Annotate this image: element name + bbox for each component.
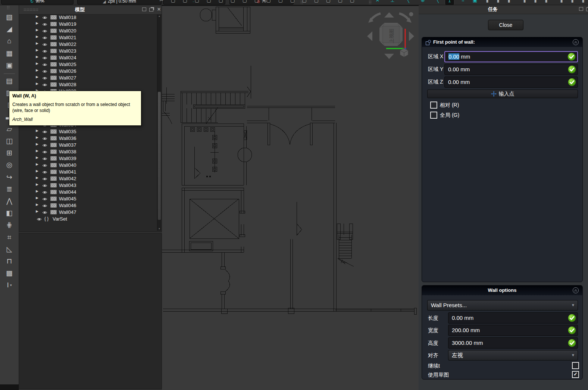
view-axo-icon[interactable]: ▮	[531, 0, 540, 4]
mouse-model-icon[interactable]: ▮	[494, 0, 503, 4]
use-sketch-checkbox[interactable]	[572, 371, 579, 378]
array-icon[interactable]: ▢	[228, 0, 237, 4]
tree-item[interactable]: ▶ Wall046	[19, 202, 157, 209]
clone-icon[interactable]: ▢	[193, 0, 201, 4]
snap-center-icon[interactable]: ⊕	[418, 0, 427, 4]
nav-cube-setting-icon[interactable]: ▮	[483, 0, 492, 4]
panel-float-icon[interactable]	[149, 8, 153, 12]
model-panel-titlebar[interactable]: 模型 ✕	[19, 5, 162, 15]
view-fit-icon[interactable]: ▮	[520, 0, 529, 4]
trim-icon[interactable]: ▢	[252, 0, 261, 4]
visibility-eye-icon[interactable]	[42, 42, 47, 48]
window-icon[interactable]: ⊞	[0, 148, 19, 158]
visibility-eye-icon[interactable]	[42, 56, 47, 61]
global-checkbox[interactable]	[430, 112, 437, 119]
visibility-eye-icon[interactable]	[42, 156, 47, 162]
expand-arrow-icon[interactable]: ▶	[36, 156, 38, 159]
view-rear-icon[interactable]: ▮	[568, 0, 577, 4]
truss-icon[interactable]: ◺	[0, 244, 19, 254]
snap-grid-icon[interactable]: ⌗	[459, 0, 467, 4]
expand-arrow-icon[interactable]: ▶	[36, 35, 38, 38]
tree-item[interactable]: ▶ Wall024	[19, 54, 157, 61]
tree-item[interactable]: ▶ Wall039	[19, 155, 157, 162]
tree-item[interactable]: ▶ Wall023	[19, 48, 157, 54]
visibility-eye-icon[interactable]	[42, 197, 47, 202]
rotate-icon[interactable]: ▢	[216, 0, 225, 4]
expand-arrow-icon[interactable]: ▶	[36, 162, 38, 166]
tree-item[interactable]: ▶ Wall037	[19, 142, 157, 149]
tree-item[interactable]: ▶ Wall036	[19, 135, 157, 142]
visibility-eye-icon[interactable]	[42, 203, 47, 209]
upgrade-icon[interactable]: ▢	[288, 0, 297, 4]
tree-item[interactable]: ▶ Wall038	[19, 149, 157, 155]
tree-item[interactable]: ▶ Wall027	[19, 75, 157, 81]
visibility-eye-icon[interactable]	[42, 69, 47, 75]
expand-arrow-icon[interactable]: ▶	[36, 48, 38, 52]
visibility-eye-icon[interactable]	[42, 76, 47, 81]
split-icon[interactable]: ▢	[276, 0, 285, 4]
visibility-eye-icon[interactable]	[42, 163, 47, 169]
relative-checkbox[interactable]	[430, 102, 437, 109]
tree-item[interactable]: ▶ Wall043	[19, 182, 157, 189]
scroll-down-icon[interactable]: ▼	[157, 227, 161, 231]
tree-item[interactable]: ▶ Wall035	[19, 128, 157, 135]
visibility-eye-icon[interactable]	[42, 183, 47, 189]
visibility-eye-icon[interactable]	[42, 130, 47, 135]
expand-arrow-icon[interactable]: ▶	[36, 203, 38, 206]
line-width-button[interactable]: ◢ 2px | 0.50 mm	[77, 0, 162, 4]
snap-endpoint-icon[interactable]: ✕	[373, 0, 382, 4]
tree-item[interactable]: ▶ Wall028	[19, 81, 157, 88]
tree-item-varset[interactable]: { } VarSet	[19, 216, 157, 222]
sidebar-drag-handle[interactable]	[7, 6, 10, 9]
width-input[interactable]: 200.00 mm	[448, 325, 578, 336]
expand-arrow-icon[interactable]: ▶	[36, 55, 38, 59]
material-icon[interactable]: ▩	[0, 268, 19, 278]
panel-restore-icon[interactable]	[142, 7, 146, 11]
tree-item[interactable]: ▶ Wall041	[19, 169, 157, 175]
enter-point-button[interactable]: 输入点	[427, 90, 578, 98]
close-task-button[interactable]: Close	[488, 20, 523, 30]
expand-arrow-icon[interactable]: ▶	[36, 169, 38, 173]
stairs-icon[interactable]: ≣	[0, 184, 19, 194]
visibility-eye-icon[interactable]	[42, 35, 47, 41]
height-input[interactable]: 3000.00 mm	[448, 337, 578, 349]
expand-arrow-icon[interactable]: ▶	[36, 41, 38, 45]
expand-arrow-icon[interactable]: ▶	[36, 129, 38, 132]
visibility-eye-icon[interactable]	[42, 143, 47, 149]
visibility-eye-icon[interactable]	[42, 82, 47, 88]
panel-restore-icon[interactable]	[579, 7, 583, 11]
visibility-eye-icon[interactable]	[37, 217, 42, 222]
align-dropdown[interactable]: 左视 ▼	[448, 350, 578, 361]
door-icon[interactable]: ◫	[0, 136, 19, 146]
toolbar-drag-handle[interactable]	[369, 0, 372, 4]
expand-arrow-icon[interactable]: ▶	[36, 68, 38, 72]
expand-arrow-icon[interactable]: ▶	[36, 196, 38, 200]
view-right-icon[interactable]: ▮	[557, 0, 566, 4]
visibility-eye-icon[interactable]	[42, 29, 47, 34]
x-coord-input[interactable]: 0.00 mm	[444, 51, 578, 62]
tree-item[interactable]: ▶ Wall019	[19, 21, 157, 28]
paste-icon[interactable]: ▢	[181, 0, 190, 4]
level-icon[interactable]: ▦	[0, 48, 19, 58]
expand-arrow-icon[interactable]: ▶	[36, 176, 38, 180]
tree-item[interactable]: ▶ Wall025	[19, 61, 157, 68]
roof-icon[interactable]: ⋀	[0, 196, 19, 206]
snap-perpendicular-icon[interactable]: ⊥	[388, 0, 397, 4]
collapse-section-icon[interactable]	[572, 39, 579, 49]
visibility-eye-icon[interactable]	[42, 210, 47, 216]
text-icon[interactable]: I▾	[0, 280, 19, 290]
downgrade-icon[interactable]: ▢	[300, 0, 309, 4]
scrollbar-thumb[interactable]	[158, 92, 161, 220]
visibility-eye-icon[interactable]	[42, 150, 47, 155]
site-icon[interactable]: ◢	[0, 24, 19, 34]
first-point-header[interactable]: First point of wall:	[422, 37, 582, 47]
length-input[interactable]: 0.00 mm	[448, 312, 578, 324]
annotate-icon[interactable]: ▢	[348, 0, 357, 4]
visibility-eye-icon[interactable]	[42, 190, 47, 196]
pipe-elbow-icon[interactable]: ↪	[0, 172, 19, 182]
edit-icon[interactable]: ▢	[324, 0, 333, 4]
pipe-icon[interactable]: ◎	[0, 160, 19, 170]
expand-arrow-icon[interactable]: ▶	[36, 21, 38, 25]
stretch-icon[interactable]: ▢	[336, 0, 345, 4]
snap-angle-icon[interactable]: ╲	[403, 0, 412, 4]
